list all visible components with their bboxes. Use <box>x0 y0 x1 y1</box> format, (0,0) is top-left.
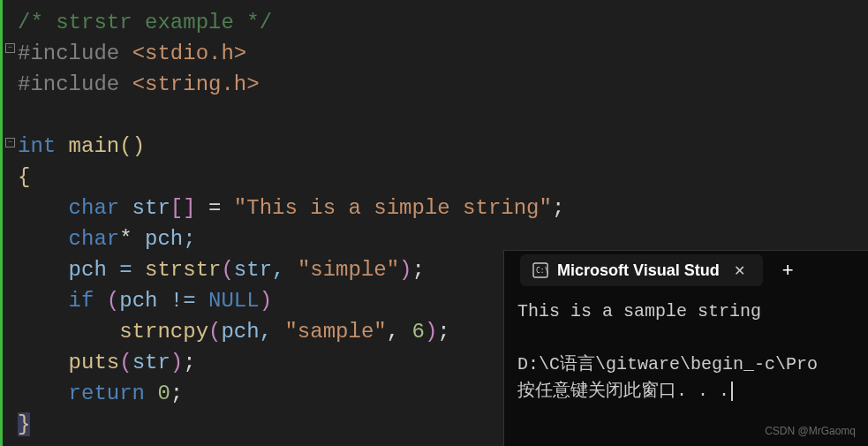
keyword-char: char <box>69 196 120 220</box>
semi: ; <box>412 258 425 282</box>
keyword-return: return <box>69 382 158 405</box>
func-strstr: strstr <box>145 258 221 282</box>
func-strncpy: strncpy <box>119 320 208 344</box>
terminal-tabbar: C:\ Microsoft Visual Stud ✕ + <box>504 251 868 290</box>
brace: } <box>18 412 30 436</box>
header-name: <stdio.h> <box>132 42 247 65</box>
func-puts: puts <box>69 351 120 374</box>
terminal-icon: C:\ <box>532 262 548 278</box>
paren: ( <box>119 134 132 158</box>
paren: ) <box>425 320 437 344</box>
code-editor[interactable]: − − /* strstr example */ #include <stdio… <box>0 0 868 446</box>
ident: str <box>119 196 170 220</box>
svg-text:C:\: C:\ <box>536 267 548 275</box>
paren: ( <box>208 320 221 344</box>
number-literal: 0 <box>157 382 170 405</box>
code-line <box>18 100 868 131</box>
null-literal: NULL <box>208 289 260 313</box>
output-line: This is a sample string <box>517 301 761 321</box>
code-line: int main() <box>18 131 868 162</box>
expr: pch != <box>119 289 208 313</box>
comma: , <box>387 320 412 344</box>
number-literal: 6 <box>412 320 425 344</box>
code-line: char str[] = "This is a simple string"; <box>18 193 868 223</box>
arg: pch, <box>221 320 284 344</box>
keyword-char: char <box>69 227 120 251</box>
semi: ; <box>183 351 195 374</box>
string-literal: "simple" <box>298 258 399 282</box>
semi: ; <box>437 320 449 344</box>
new-tab-button[interactable]: + <box>766 259 794 282</box>
cursor <box>731 382 733 401</box>
close-icon[interactable]: ✕ <box>728 262 751 279</box>
keyword-int: int <box>18 134 56 158</box>
paren: ) <box>170 351 183 374</box>
op: * <box>119 227 132 251</box>
fold-marker[interactable]: − <box>5 43 15 53</box>
semi: ; <box>170 382 183 405</box>
code-line: /* strstr example */ <box>18 7 868 38</box>
preproc: #include <box>18 42 132 65</box>
func-main: main <box>56 134 119 158</box>
terminal-window: C:\ Microsoft Visual Stud ✕ + This is a … <box>503 250 868 446</box>
comment: /* strstr example */ <box>18 11 272 34</box>
terminal-tab[interactable]: C:\ Microsoft Visual Stud ✕ <box>520 254 763 286</box>
terminal-tab-title: Microsoft Visual Stud <box>557 261 720 280</box>
paren: ) <box>132 134 145 158</box>
brace: { <box>18 165 30 189</box>
preproc: #include <box>18 72 132 96</box>
op: = <box>196 196 234 220</box>
bracket: ] <box>183 196 195 220</box>
paren: ( <box>221 258 233 282</box>
fold-marker[interactable]: − <box>5 138 15 147</box>
terminal-output[interactable]: This is a sample string D:\C语言\gitware\b… <box>504 290 868 413</box>
header-name: <string.h> <box>132 72 260 96</box>
arg: str, <box>234 258 298 282</box>
code-line: { <box>18 162 868 193</box>
paren: ( <box>107 289 119 313</box>
paren: ( <box>119 351 132 374</box>
bracket: [ <box>170 196 183 220</box>
paren: ) <box>260 289 272 313</box>
output-line: 按任意键关闭此窗口. . . <box>517 381 729 401</box>
gutter-change-bar <box>0 0 3 446</box>
keyword-if: if <box>69 289 107 313</box>
code-line: #include <string.h> <box>18 69 868 100</box>
arg: str <box>132 351 170 374</box>
ident: pch = <box>69 258 145 282</box>
semi: ; <box>552 196 564 220</box>
ident: pch; <box>132 227 196 251</box>
watermark: CSDN @MrGaomq <box>765 425 856 437</box>
string-literal: "This is a simple string" <box>234 196 552 220</box>
code-line: #include <stdio.h> <box>18 38 868 69</box>
output-line: D:\C语言\gitware\begin_-c\Pro <box>517 354 818 374</box>
string-literal: "sample" <box>284 320 386 344</box>
paren: ) <box>399 258 411 282</box>
